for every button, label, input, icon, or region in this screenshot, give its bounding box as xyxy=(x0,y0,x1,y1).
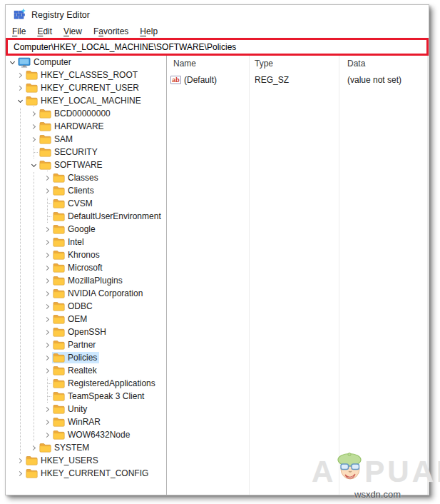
tree-item-partner[interactable]: Partner xyxy=(6,338,166,351)
folder-icon xyxy=(53,353,65,363)
tree-item-intel[interactable]: Intel xyxy=(6,236,166,248)
address-bar[interactable]: Computer\HKEY_LOCAL_MACHINE\SOFTWARE\Pol… xyxy=(6,38,429,56)
chevron-right-icon[interactable] xyxy=(15,454,25,467)
tree-item-label: OEM xyxy=(68,314,87,324)
chevron-right-icon[interactable] xyxy=(42,313,52,326)
tree-item-microsoft[interactable]: Microsoft xyxy=(6,261,166,274)
tree-item-google[interactable]: Google xyxy=(6,223,166,236)
chevron-right-icon[interactable] xyxy=(42,428,52,441)
tree-item-wow6432node[interactable]: WOW6432Node xyxy=(6,428,166,441)
folder-icon xyxy=(39,109,51,119)
tree-item-hkey-users[interactable]: HKEY_USERS xyxy=(6,454,166,467)
string-value-icon: ab xyxy=(170,76,181,84)
tree-item-nvidia-corporation[interactable]: NVIDIA Corporation xyxy=(6,287,166,300)
tree-item-oem[interactable]: OEM xyxy=(6,313,166,326)
tree-item-classes[interactable]: Classes xyxy=(6,171,166,184)
tree-item-system[interactable]: SYSTEM xyxy=(6,441,166,454)
tree-item-label: SAM xyxy=(54,134,73,144)
tree-item-hkey-current-config[interactable]: HKEY_CURRENT_CONFIG xyxy=(6,467,166,480)
tree-item-label: OpenSSH xyxy=(68,327,106,337)
folder-icon xyxy=(53,198,65,208)
tree-item-label: Khronos xyxy=(68,250,100,260)
chevron-right-icon[interactable] xyxy=(42,300,52,313)
tree-item-hkey-current-user[interactable]: HKEY_CURRENT_USER xyxy=(6,81,166,94)
folder-icon xyxy=(53,186,65,196)
menu-favorites[interactable]: Favorites xyxy=(88,26,134,36)
chevron-right-icon[interactable] xyxy=(29,441,39,454)
tree-item-sam[interactable]: SAM xyxy=(6,133,166,146)
chevron-down-icon[interactable] xyxy=(7,56,17,69)
folder-icon xyxy=(53,417,65,427)
chevron-right-icon[interactable] xyxy=(42,351,52,364)
tree-item-registeredapplications[interactable]: RegisteredApplications xyxy=(6,377,166,390)
tree-item-computer[interactable]: Computer xyxy=(6,56,166,69)
registry-editor-icon xyxy=(14,9,26,21)
chevron-right-icon[interactable] xyxy=(29,120,39,133)
chevron-right-icon[interactable] xyxy=(42,338,52,351)
tree-item-policies[interactable]: Policies xyxy=(6,351,166,364)
chevron-right-icon[interactable] xyxy=(42,261,52,274)
tree-item-label: Clients xyxy=(68,186,94,196)
menu-edit[interactable]: Edit xyxy=(31,26,58,36)
chevron-right-icon[interactable] xyxy=(42,236,52,248)
menu-view[interactable]: View xyxy=(58,26,88,36)
tree-item-label: DefaultUserEnvironment xyxy=(68,211,161,221)
column-header-data[interactable]: Data xyxy=(347,59,365,69)
tree-item-winrar[interactable]: WinRAR xyxy=(6,415,166,428)
chevron-right-icon[interactable] xyxy=(42,415,52,428)
tree-item-teamspeak-3-client[interactable]: TeamSpeak 3 Client xyxy=(6,390,166,403)
tree-item-label: HKEY_LOCAL_MACHINE xyxy=(41,96,141,106)
chevron-right-icon[interactable] xyxy=(15,69,25,81)
tree-item-khronos[interactable]: Khronos xyxy=(6,248,166,261)
tree-item-mozillaplugins[interactable]: MozillaPlugins xyxy=(6,274,166,287)
tree-item-hkey-classes-root[interactable]: HKEY_CLASSES_ROOT xyxy=(6,69,166,81)
tree-item-software[interactable]: SOFTWARE xyxy=(6,158,166,171)
chevron-right-icon[interactable] xyxy=(29,133,39,146)
folder-icon xyxy=(26,83,38,93)
column-header-type[interactable]: Type xyxy=(255,59,273,69)
tree-item-odbc[interactable]: ODBC xyxy=(6,300,166,313)
tree-item-bcd00000000[interactable]: BCD00000000 xyxy=(6,107,166,120)
tree-item-openssh[interactable]: OpenSSH xyxy=(6,326,166,338)
tree-item-realtek[interactable]: Realtek xyxy=(6,364,166,377)
tree-item-cvsm[interactable]: CVSM xyxy=(6,197,166,210)
tree-item-label: HKEY_CURRENT_CONFIG xyxy=(41,468,148,478)
chevron-right-icon[interactable] xyxy=(42,364,52,377)
chevron-right-icon[interactable] xyxy=(42,184,52,197)
tree-item-defaultuserenvironment[interactable]: DefaultUserEnvironment xyxy=(6,210,166,223)
tree-item-label: WOW6432Node xyxy=(68,430,130,440)
chevron-right-icon[interactable] xyxy=(15,81,25,94)
folder-icon xyxy=(53,250,65,260)
chevron-right-icon[interactable] xyxy=(42,248,52,261)
column-header-name[interactable]: Name xyxy=(173,59,196,69)
chevron-right-icon[interactable] xyxy=(42,326,52,338)
chevron-right-icon[interactable] xyxy=(15,467,25,480)
column-gridline[interactable] xyxy=(249,56,250,495)
values-pane: Name Type Data ab (Default) REG_SZ (valu… xyxy=(167,56,428,495)
folder-icon xyxy=(53,340,65,350)
chevron-right-icon[interactable] xyxy=(42,287,52,300)
value-row[interactable]: ab (Default) REG_SZ (value not set) xyxy=(167,74,428,86)
tree-item-unity[interactable]: Unity xyxy=(6,403,166,415)
chevron-down-icon[interactable] xyxy=(29,158,39,171)
tree-item-hardware[interactable]: HARDWARE xyxy=(6,120,166,133)
menu-help[interactable]: Help xyxy=(134,26,163,36)
chevron-right-icon[interactable] xyxy=(42,274,52,287)
registry-editor-window: Registry Editor File Edit View Favorites… xyxy=(5,4,429,495)
tree-item-label: HKEY_CLASSES_ROOT xyxy=(41,70,138,80)
tree-item-clients[interactable]: Clients xyxy=(6,184,166,197)
chevron-right-icon[interactable] xyxy=(42,403,52,415)
folder-icon xyxy=(53,327,65,337)
column-gridline[interactable] xyxy=(339,56,339,495)
tree-item-hkey-local-machine[interactable]: HKEY_LOCAL_MACHINE xyxy=(6,94,166,107)
chevron-right-icon[interactable] xyxy=(42,223,52,236)
column-gridline[interactable] xyxy=(427,56,428,495)
chevron-right-icon[interactable] xyxy=(42,171,52,184)
menu-bar: File Edit View Favorites Help xyxy=(6,24,429,38)
chevron-down-icon[interactable] xyxy=(15,94,25,107)
menu-file[interactable]: File xyxy=(6,26,31,36)
tree-item-label: SYSTEM xyxy=(54,443,89,453)
chevron-right-icon[interactable] xyxy=(29,107,39,120)
folder-icon xyxy=(53,301,65,311)
tree-item-security[interactable]: SECURITY xyxy=(6,146,166,158)
